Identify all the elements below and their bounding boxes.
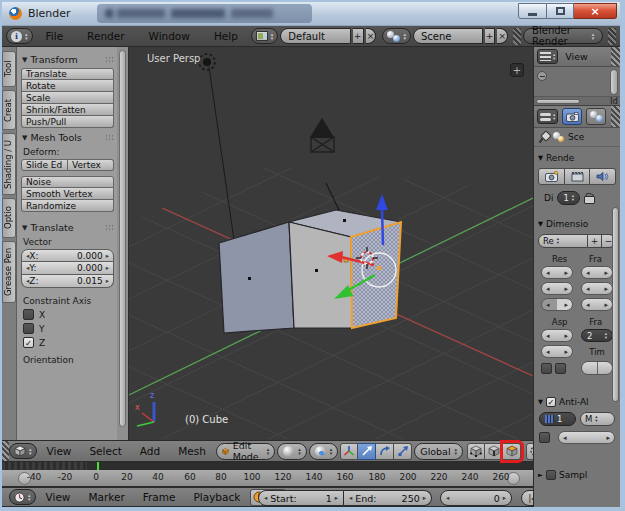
frame-end-field[interactable]: ◂▸: [581, 282, 613, 295]
scene-field[interactable]: Scene: [413, 28, 483, 44]
timeline-menu-marker[interactable]: Marker: [80, 491, 132, 503]
framerate-field[interactable]: 2 ▴▾: [581, 329, 613, 342]
menu-window[interactable]: Window: [137, 30, 200, 42]
outliner-hscrollbar[interactable]: Id: [534, 97, 620, 106]
transform-panel-header[interactable]: ▼ Transform: [22, 54, 114, 65]
frame-start-field[interactable]: ◂▸: [581, 266, 613, 279]
menu-render[interactable]: Render: [76, 30, 135, 42]
viewport-shading-dropdown[interactable]: ▴▾: [277, 443, 307, 460]
outliner-body[interactable]: [534, 67, 620, 97]
mesh-tools-panel-header[interactable]: ▼ Mesh Tools: [22, 132, 114, 143]
constraint-x-checkbox[interactable]: [23, 309, 34, 320]
tab-create[interactable]: Creat: [2, 90, 16, 130]
viewport-3d[interactable]: z x User Persp (0) Cube +: [129, 47, 533, 440]
panel-grip[interactable]: [105, 134, 114, 141]
antialiasing-panel-header[interactable]: ▼ ✓ Anti-Al: [538, 397, 616, 407]
info-editor-dropdown[interactable]: i ▴▾: [6, 28, 33, 44]
menu-mesh[interactable]: Mesh: [170, 445, 214, 457]
timeline-menu-playback[interactable]: Playback: [185, 491, 248, 503]
crop-checkbox[interactable]: [555, 363, 566, 374]
rotate-manipulator-button[interactable]: [376, 443, 394, 460]
dimensions-panel-header[interactable]: ▼Dimensio: [538, 219, 616, 229]
screen-layout-dropdown[interactable]: ▴▾: [251, 28, 279, 44]
vertex-select-button[interactable]: [467, 443, 485, 460]
menu-add[interactable]: Add: [132, 445, 168, 457]
timeline-ruler[interactable]: -40 -20 0 20 40 60 80 100 120 140 160 18…: [2, 470, 533, 487]
scale-manipulator-button[interactable]: [394, 443, 412, 460]
randomize-button[interactable]: Randomize: [21, 200, 114, 212]
outliner-menu-view[interactable]: View: [562, 51, 591, 62]
constraint-y-checkbox[interactable]: [23, 323, 34, 334]
add-scene-button[interactable]: +: [485, 28, 496, 44]
noise-button[interactable]: Noise: [21, 176, 114, 188]
smooth-vertex-button[interactable]: Smooth Vertex: [21, 188, 114, 200]
tab-scene-properties[interactable]: [586, 108, 606, 125]
scale-button[interactable]: Scale: [21, 92, 114, 104]
face-select-button[interactable]: [503, 443, 521, 460]
vector-y-field[interactable]: ◂Y: 0.000▸: [21, 262, 114, 275]
tab-grease-pencil[interactable]: Grease Pen: [2, 241, 16, 303]
editor-type-dropdown[interactable]: ▴▾: [9, 443, 37, 459]
tab-shading-uv[interactable]: Shading / U: [2, 133, 16, 195]
delete-layout-button[interactable]: ×: [366, 28, 377, 44]
shrink-fatten-button[interactable]: Shrink/Fatten: [21, 104, 114, 116]
start-frame-field[interactable]: ◂Start: 1▸: [258, 490, 344, 506]
transform-orientation-dropdown[interactable]: Global ▴▾: [414, 443, 463, 460]
outliner-editor-dropdown[interactable]: ▴▾: [537, 49, 558, 64]
aa-samples-button[interactable]: 1: [539, 412, 576, 426]
tab-options[interactable]: Optio: [2, 198, 16, 238]
translate-button[interactable]: Translate: [21, 68, 114, 80]
timeline-menu-view[interactable]: View: [38, 491, 79, 503]
outliner-scrollbar[interactable]: [610, 69, 618, 95]
resolution-x-field[interactable]: ◂▸: [541, 266, 573, 279]
close-button[interactable]: ×: [574, 3, 617, 19]
pivot-point-dropdown[interactable]: ▴▾: [309, 443, 339, 460]
tab-render-properties[interactable]: [562, 108, 582, 125]
menu-help[interactable]: Help: [203, 30, 249, 42]
pin-icon[interactable]: [539, 132, 549, 142]
render-animation-button[interactable]: [565, 168, 591, 185]
vector-x-field[interactable]: ◂X: 0.000▸: [21, 249, 114, 262]
properties-region-expand-button[interactable]: +: [510, 63, 524, 77]
translate-operator-panel-header[interactable]: ▼ Translate: [22, 222, 114, 233]
tab-tools[interactable]: Tool: [2, 51, 16, 87]
current-frame-marker[interactable]: [97, 462, 99, 470]
sampled-panel-header[interactable]: ► Sampl: [538, 470, 616, 480]
display-mode-field[interactable]: 1 ▴▾: [557, 191, 580, 205]
titlebar[interactable]: Blender ×: [2, 2, 620, 26]
panel-grip[interactable]: [607, 155, 616, 162]
push-pull-button[interactable]: Push/Pull: [21, 116, 114, 128]
minimize-button[interactable]: [518, 3, 547, 19]
resolution-percentage-slider[interactable]: ◂▸: [541, 298, 573, 311]
add-preset-button[interactable]: +: [588, 234, 602, 248]
current-frame-field[interactable]: ◂ 0▸: [440, 490, 512, 506]
rotate-button[interactable]: Rotate: [21, 80, 114, 92]
slide-edge-button[interactable]: Slide Ed: [21, 159, 68, 171]
outliner-item-icon[interactable]: [537, 71, 547, 81]
timeline-editor-dropdown[interactable]: ▴▾: [9, 489, 36, 505]
timeline-menu-frame[interactable]: Frame: [135, 491, 184, 503]
sampled-checkbox[interactable]: [546, 470, 556, 480]
screen-layout-field[interactable]: Default: [280, 28, 350, 44]
translate-manipulator-button[interactable]: [358, 443, 376, 460]
aspect-x-field[interactable]: ◂▸: [541, 329, 573, 342]
constraint-z-checkbox[interactable]: ✓: [23, 337, 34, 348]
display-lock-icon[interactable]: [584, 193, 594, 204]
render-audio-button[interactable]: [590, 168, 616, 185]
tool-shelf-scrollbar[interactable]: [117, 47, 129, 440]
render-engine-dropdown[interactable]: Blender Render ▴▾: [523, 28, 603, 44]
render-preset-dropdown[interactable]: Re ▴▾: [538, 234, 588, 248]
vector-z-field[interactable]: ◂Z: 0.015▸: [21, 275, 114, 288]
panel-grip[interactable]: [105, 224, 114, 231]
time-remap-fields[interactable]: [581, 361, 613, 375]
end-frame-field[interactable]: ◂End: 250▸: [344, 490, 432, 506]
mode-dropdown[interactable]: Edit Mode ▴▾: [216, 443, 275, 460]
antialiasing-checkbox[interactable]: ✓: [546, 397, 556, 407]
scene-dropdown[interactable]: ▴▾: [382, 28, 411, 44]
properties-editor-dropdown[interactable]: ▴▾: [537, 109, 558, 124]
aa-filter-dropdown[interactable]: M ▴▾: [580, 412, 615, 426]
manipulator-toggle-button[interactable]: [340, 443, 358, 460]
menu-select[interactable]: Select: [81, 445, 129, 457]
delete-scene-button[interactable]: ×: [497, 28, 508, 44]
add-layout-button[interactable]: +: [353, 28, 364, 44]
